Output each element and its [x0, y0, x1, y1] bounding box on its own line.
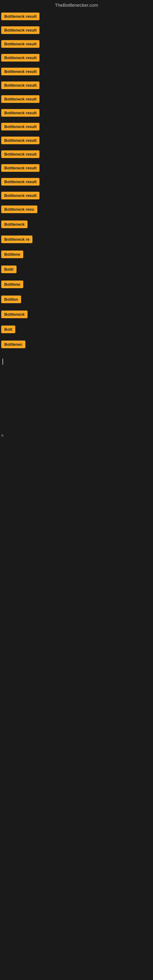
list-item: Bottleneck result	[1, 68, 153, 75]
list-item: Bottleneck result	[1, 164, 153, 172]
list-item: Bottleneck result	[1, 40, 153, 48]
bottleneck-badge[interactable]: Bottleneck	[1, 221, 27, 228]
list-item: Bottleneck result	[1, 192, 153, 199]
list-item: Bottleneck result	[1, 123, 153, 130]
bottleneck-badge[interactable]: Bottleneck resu	[1, 205, 37, 213]
list-item: Bottleneck result	[1, 26, 153, 34]
bottleneck-badge[interactable]: Bottleneck result	[1, 54, 40, 62]
list-item: Bottl	[1, 266, 153, 274]
site-title: TheBottlenecker.com	[55, 2, 98, 8]
site-header: TheBottlenecker.com	[0, 0, 153, 11]
bottleneck-badge[interactable]: Bottleneck result	[1, 123, 40, 130]
bottleneck-badge[interactable]: Bottleneck result	[1, 81, 40, 89]
list-item: Bottleneck	[1, 221, 153, 229]
list-item: Bottleneck	[1, 310, 153, 320]
cursor-line	[2, 359, 3, 365]
bottleneck-badge[interactable]: Bottleneck result	[1, 40, 40, 48]
list-item: Bottleneck re	[1, 235, 153, 244]
list-item: Bottlenec	[1, 340, 153, 350]
list-item: Bottleneck result	[1, 178, 153, 186]
list-item: Bottleneck result	[1, 150, 153, 158]
bottleneck-badge[interactable]: Bottlene	[1, 280, 23, 288]
bottleneck-badge[interactable]: Bottleneck result	[1, 13, 40, 20]
bottleneck-badge[interactable]: Bottlen	[1, 296, 21, 303]
list-item: Bottlen	[1, 296, 153, 304]
items-container: Bottleneck resultBottleneck resultBottle…	[0, 11, 153, 356]
bottleneck-badge[interactable]: Bottleneck re	[1, 235, 32, 243]
list-item: Bottleneck result	[1, 95, 153, 103]
bottleneck-badge[interactable]: Bottleneck result	[1, 178, 40, 186]
bottleneck-badge[interactable]: Bottlene	[1, 250, 23, 258]
list-item: Bottlene	[1, 250, 153, 259]
list-item: Bottleneck result	[1, 54, 153, 62]
list-item: Bottlene	[1, 280, 153, 290]
bottleneck-badge[interactable]: Bottleneck result	[1, 109, 40, 117]
bottleneck-badge[interactable]: Bottleneck result	[1, 192, 40, 199]
list-item: Bottleneck result	[1, 109, 153, 117]
cursor-area	[1, 359, 153, 365]
bottleneck-badge[interactable]: Bottleneck result	[1, 150, 40, 158]
bottleneck-badge[interactable]: Bottleneck result	[1, 26, 40, 34]
bottleneck-badge[interactable]: Bottleneck result	[1, 164, 40, 172]
list-item: Bottleneck result	[1, 13, 153, 20]
list-item: Bott	[1, 326, 153, 334]
bottleneck-badge[interactable]: Bott	[1, 326, 15, 333]
list-item: Bottleneck result	[1, 81, 153, 89]
bottleneck-badge[interactable]: Bottleneck	[1, 310, 27, 318]
bottleneck-badge[interactable]: Bottleneck result	[1, 137, 40, 144]
small-indicator: ≡	[1, 433, 153, 438]
list-item: Bottleneck result	[1, 137, 153, 144]
bottleneck-badge[interactable]: Bottl	[1, 266, 16, 273]
bottleneck-badge[interactable]: Bottleneck result	[1, 95, 40, 103]
bottleneck-badge[interactable]: Bottleneck result	[1, 68, 40, 75]
list-item: Bottleneck resu	[1, 205, 153, 215]
bottleneck-badge[interactable]: Bottlenec	[1, 340, 26, 348]
